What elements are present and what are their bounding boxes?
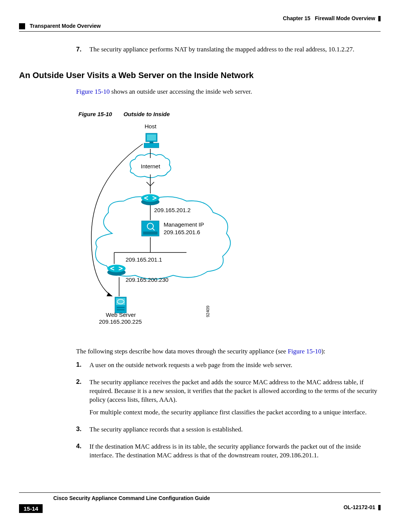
ip-label-1: 209.165.201.2 — [154, 207, 191, 213]
firewall-icon — [141, 220, 160, 239]
ip-label-2: 209.165.201.1 — [126, 256, 162, 263]
document-id: OL-12172-01 — [344, 504, 381, 513]
network-diagram: 92409 Host Internet 209.165.201.2 — [76, 123, 304, 336]
step-item: 3. The security appliance records that a… — [76, 425, 381, 438]
header-chapter: Chapter 15 Firewall Mode Overview — [283, 15, 381, 21]
section-heading: An Outside User Visits a Web Server on t… — [19, 70, 381, 80]
intro-text: shows an outside user accessing the insi… — [110, 88, 252, 95]
image-id-label: 92409 — [206, 305, 210, 317]
svg-rect-17 — [143, 232, 158, 235]
figure-caption: Figure 15-10Outside to Inside — [78, 111, 381, 117]
step-text: If the destination MAC address is in its… — [89, 443, 381, 460]
intro-paragraph: Figure 15-10 shows an outside user acces… — [76, 88, 381, 96]
steps-intro-before: The following steps describe how data mo… — [76, 348, 288, 355]
mgmt-label: Management IP — [164, 221, 204, 228]
doc-id-bar-icon — [378, 505, 381, 510]
chapter-title: Firewall Mode Overview — [315, 15, 375, 21]
steps-intro-after: ): — [321, 348, 325, 355]
step-number: 1. — [76, 361, 84, 374]
figure-number: Figure 15-10 — [78, 111, 112, 117]
svg-point-15 — [141, 194, 159, 202]
header-square-icon — [19, 23, 25, 29]
steps-intro: The following steps describe how data mo… — [76, 348, 381, 355]
step-text: For multiple context mode, the security … — [89, 408, 381, 417]
page-number: 15-14 — [19, 504, 43, 513]
steps-list: 1. A user on the outside network request… — [76, 361, 381, 464]
step-number: 2. — [76, 378, 84, 421]
figure-link[interactable]: Figure 15-10 — [288, 348, 321, 355]
mgmt-ip-label: 209.165.201.6 — [164, 229, 200, 235]
step-number: 4. — [76, 443, 84, 464]
svg-rect-26 — [117, 309, 124, 310]
svg-rect-13 — [150, 142, 153, 143]
svg-rect-12 — [144, 143, 159, 148]
header-divider — [19, 31, 381, 32]
router-icon — [107, 264, 126, 278]
step-text: A user on the outside network requests a… — [89, 361, 381, 370]
section-title: Transparent Mode Overview — [30, 23, 101, 29]
step-item: 2. The security appliance receives the p… — [76, 378, 381, 421]
footer-guide-title: Cisco Security Appliance Command Line Co… — [53, 495, 381, 501]
step-number: 3. — [76, 425, 84, 438]
internet-label: Internet — [141, 163, 160, 169]
svg-rect-25 — [117, 307, 124, 308]
step-text: The security appliance receives the pack… — [89, 378, 381, 404]
figure-title: Outside to Inside — [123, 111, 170, 117]
svg-line-2 — [147, 182, 150, 186]
server-label: Web Server — [106, 312, 136, 318]
router-icon — [140, 193, 160, 207]
header-section: Transparent Mode Overview — [19, 23, 101, 29]
step-number: 7. — [76, 46, 84, 53]
host-label: Host — [145, 123, 156, 129]
svg-rect-11 — [147, 134, 156, 141]
header-bar-icon — [378, 16, 381, 21]
footer-divider — [19, 492, 381, 493]
ip-label-3: 209.165.200.230 — [126, 276, 169, 283]
chapter-label: Chapter 15 — [283, 15, 310, 21]
svg-marker-9 — [107, 292, 112, 296]
page-footer: Cisco Security Appliance Command Line Co… — [19, 492, 381, 513]
step-text: The security appliance performs NAT by t… — [89, 46, 354, 53]
step-item: 4. If the destination MAC address is in … — [76, 443, 381, 464]
svg-point-21 — [107, 265, 126, 272]
svg-line-3 — [150, 182, 154, 186]
figure-link[interactable]: Figure 15-10 — [76, 88, 110, 95]
step-text: The security appliance records that a se… — [89, 425, 381, 434]
host-computer-icon — [144, 133, 159, 151]
continuation-step: 7. The security appliance performs NAT b… — [76, 46, 381, 53]
step-item: 1. A user on the outside network request… — [76, 361, 381, 374]
server-ip-label: 209.165.200.225 — [99, 318, 142, 325]
